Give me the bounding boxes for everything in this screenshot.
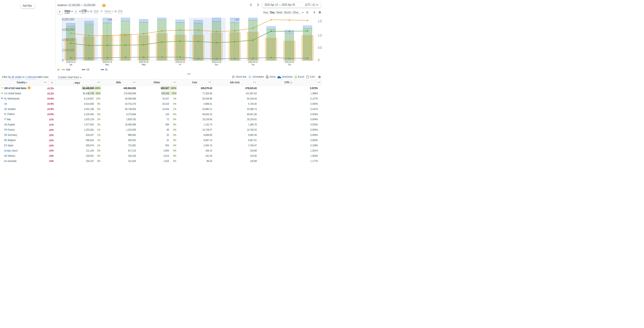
- svg-text:2025-04-24: 2025-04-24: [284, 61, 294, 63]
- svg-text:Sat: Sat: [70, 63, 72, 66]
- svg-text:Tue: Tue: [251, 63, 254, 66]
- svg-text:1.5: 1.5: [318, 19, 322, 23]
- svg-text:total: total: [66, 68, 70, 71]
- svg-text:0.5: 0.5: [318, 46, 322, 49]
- svg-text:NL: NL: [105, 68, 108, 71]
- svg-text:Fri: Fri: [179, 63, 181, 66]
- svg-text:US: US: [86, 68, 89, 71]
- svg-text:W16: W16: [108, 18, 112, 21]
- svg-text:0: 0: [318, 58, 320, 62]
- svg-text:2025-04-22: 2025-04-22: [248, 61, 258, 63]
- svg-text:0: 0: [62, 58, 64, 62]
- svg-text:2025-04-12: 2025-04-12: [66, 61, 76, 63]
- svg-text:Mon: Mon: [106, 63, 109, 66]
- svg-text:Wed: Wed: [142, 63, 146, 66]
- svg-text:2025-04-16: 2025-04-16: [139, 61, 148, 63]
- svg-text:8,000,000: 8,000,000: [62, 17, 74, 21]
- svg-text:Thu: Thu: [288, 63, 291, 66]
- svg-text:1.0: 1.0: [318, 33, 322, 37]
- svg-text:W17: W17: [236, 18, 240, 21]
- svg-text:Sun: Sun: [215, 63, 218, 66]
- svg-text:2025-04-20: 2025-04-20: [212, 61, 221, 63]
- svg-text:2025-04-18: 2025-04-18: [175, 61, 185, 63]
- svg-text:2025-04-14: 2025-04-14: [102, 61, 112, 63]
